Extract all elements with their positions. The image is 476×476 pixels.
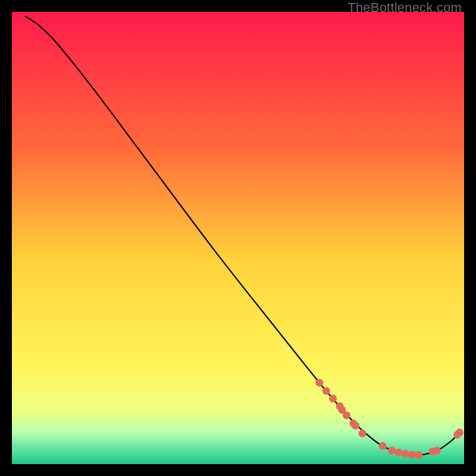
plot-background	[12, 12, 464, 464]
highlight-dot	[433, 447, 441, 455]
highlight-dot	[359, 430, 367, 437]
highlight-dot	[394, 449, 402, 456]
highlight-dot	[456, 428, 464, 436]
highlight-dot	[415, 451, 423, 459]
bottleneck-chart	[12, 12, 464, 464]
highlight-dot	[408, 451, 416, 459]
highlight-dot	[352, 422, 359, 430]
highlight-dot	[322, 387, 330, 394]
highlight-dot	[343, 411, 350, 419]
highlight-dot	[402, 450, 409, 458]
highlight-dot	[388, 447, 396, 455]
highlight-dot	[379, 442, 387, 450]
highlight-dot	[315, 379, 323, 387]
watermark-text: TheBottleneck.com	[347, 0, 462, 15]
highlight-dot	[329, 394, 337, 402]
